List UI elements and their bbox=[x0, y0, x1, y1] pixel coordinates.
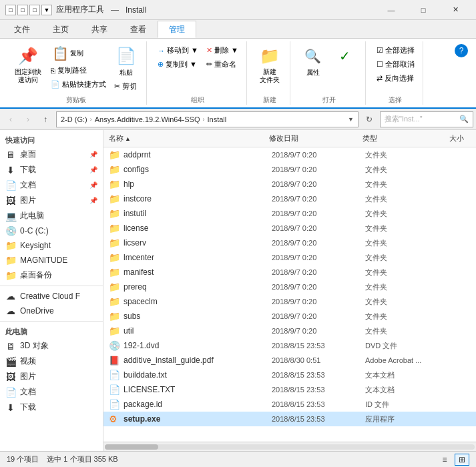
pin-to-access-button[interactable]: 📌 固定到快速访问 bbox=[11, 44, 45, 85]
tab-home[interactable]: 主页 bbox=[41, 21, 80, 38]
search-icon[interactable]: 🔍 bbox=[459, 115, 469, 123]
address-bar[interactable]: 2-D (G:) › Ansys.Additive.19.2.Win64-SSQ… bbox=[56, 111, 359, 127]
select-all-button[interactable]: ☑ 全部选择 bbox=[374, 44, 417, 57]
move-to-button[interactable]: → 移动到 ▼ bbox=[155, 44, 201, 57]
tb-icon-2[interactable]: □ bbox=[17, 5, 28, 15]
sidebar-item-documents2[interactable]: 📄 文档 bbox=[0, 384, 103, 400]
file-type: 文件夹 bbox=[365, 312, 452, 322]
file-name: package.id bbox=[124, 400, 272, 409]
table-row[interactable]: 📁 licserv 2018/9/7 0:20 文件夹 bbox=[103, 236, 476, 250]
col-size-header[interactable]: 大小 bbox=[449, 133, 471, 143]
scrollbar-thumb[interactable] bbox=[105, 444, 158, 450]
sidebar-item-desktop[interactable]: 🖥 桌面 📌 bbox=[0, 147, 103, 162]
paste-shortcut-icon: 📄 bbox=[51, 80, 60, 89]
sidebar-item-keysight[interactable]: 📁 Keysight bbox=[0, 238, 103, 253]
tab-manage[interactable]: 管理 bbox=[158, 21, 196, 38]
file-name: instcore bbox=[124, 194, 272, 203]
table-row[interactable]: 📁 addprnt 2018/9/7 0:20 文件夹 bbox=[103, 147, 476, 162]
title-bar-left: □ □ □ ▼ 应用程序工具 — Install bbox=[5, 4, 146, 15]
tb-icon-4[interactable]: ▼ bbox=[41, 5, 52, 15]
tab-file[interactable]: 文件 bbox=[3, 21, 41, 38]
sidebar-item-pictures2[interactable]: 🖼 图片 bbox=[0, 369, 103, 384]
tab-view[interactable]: 查看 bbox=[119, 21, 158, 38]
rename-button[interactable]: ✏ 重命名 bbox=[204, 58, 241, 71]
table-row[interactable]: 📁 subs 2018/9/7 0:20 文件夹 bbox=[103, 309, 476, 324]
details-view-button[interactable]: ≡ bbox=[437, 454, 452, 466]
table-row[interactable]: 📕 additive_install_guide.pdf 2018/8/30 0… bbox=[103, 353, 476, 368]
large-icons-view-button[interactable]: ⊞ bbox=[455, 454, 469, 466]
refresh-button[interactable]: ↻ bbox=[361, 111, 377, 127]
file-name: subs bbox=[124, 312, 272, 321]
sidebar-item-pictures[interactable]: 🖼 图片 📌 bbox=[0, 193, 103, 208]
table-row[interactable]: 💿 192-1.dvd 2018/8/15 23:53 DVD 文件 bbox=[103, 338, 476, 353]
sidebar-item-onedrive[interactable]: ☁ OneDrive bbox=[0, 304, 103, 318]
horizontal-scrollbar[interactable] bbox=[103, 442, 476, 451]
sidebar-item-3d-objects[interactable]: 🖥 3D 对象 bbox=[0, 338, 103, 354]
invert-selection-button[interactable]: ⇄ 反向选择 bbox=[374, 72, 417, 85]
copy-to-button[interactable]: ⊕ 复制到 ▼ bbox=[155, 58, 201, 71]
sidebar-item-videos[interactable]: 🎬 视频 bbox=[0, 354, 103, 369]
sidebar-item-downloads2[interactable]: ⬇ 下载 bbox=[0, 400, 103, 415]
title-bar-icons: □ □ □ ▼ bbox=[5, 5, 52, 15]
sidebar-item-c-drive[interactable]: 💿 0-C (C:) bbox=[0, 223, 103, 238]
file-type: 文件夹 bbox=[365, 268, 452, 278]
col-date-header[interactable]: 修改日期 bbox=[269, 133, 363, 143]
table-row[interactable]: 📁 instutil 2018/9/7 0:20 文件夹 bbox=[103, 206, 476, 221]
open-icon: ✓ bbox=[334, 45, 356, 67]
documents2-icon: 📄 bbox=[5, 387, 16, 398]
sidebar-item-magnitude[interactable]: 📁 MAGNiTUDE bbox=[0, 253, 103, 268]
sidebar-item-documents[interactable]: 📄 文档 📌 bbox=[0, 177, 103, 193]
table-row[interactable]: 📄 builddate.txt 2018/8/15 23:53 文本文档 bbox=[103, 368, 476, 382]
paste-button[interactable]: 📄 粘贴 bbox=[111, 44, 141, 79]
up-button[interactable]: ↑ bbox=[37, 111, 53, 127]
copy-button[interactable]: 📋 复制 bbox=[48, 44, 109, 63]
col-type-header[interactable]: 类型 bbox=[363, 133, 449, 143]
col-name-header[interactable]: 名称 ▲ bbox=[109, 133, 269, 143]
table-row[interactable]: ⚙ setup.exe 2018/8/15 23:53 应用程序 bbox=[103, 412, 476, 426]
table-row[interactable]: 📁 configs 2018/9/7 0:20 文件夹 bbox=[103, 162, 476, 177]
file-date: 2018/9/7 0:20 bbox=[272, 327, 365, 335]
table-row[interactable]: 📁 util 2018/9/7 0:20 文件夹 bbox=[103, 324, 476, 338]
cut-button[interactable]: ✂ 剪切 bbox=[111, 80, 141, 93]
minimize-button[interactable]: — bbox=[376, 0, 407, 20]
downloads2-icon: ⬇ bbox=[5, 402, 16, 413]
tb-icon-3[interactable]: □ bbox=[29, 5, 40, 15]
address-segment-3[interactable]: Install bbox=[207, 115, 226, 123]
sidebar-item-desktop-backup[interactable]: 📁 桌面备份 bbox=[0, 268, 103, 283]
new-folder-button[interactable]: 📁 新建文件夹 bbox=[255, 44, 284, 85]
forward-button[interactable]: › bbox=[20, 111, 36, 127]
back-button[interactable]: ‹ bbox=[3, 111, 19, 127]
paste-shortcut-button[interactable]: 📄 粘贴快捷方式 bbox=[48, 78, 109, 91]
table-row[interactable]: 📄 LICENSE.TXT 2018/8/15 23:53 文本文档 bbox=[103, 382, 476, 397]
table-row[interactable]: 📁 license 2018/9/7 0:20 文件夹 bbox=[103, 221, 476, 236]
table-row[interactable]: 📁 prereq 2018/9/7 0:20 文件夹 bbox=[103, 280, 476, 294]
table-row[interactable]: 📁 manifest 2018/9/7 0:20 文件夹 bbox=[103, 265, 476, 280]
nav-bar: ‹ › ↑ 2-D (G:) › Ansys.Additive.19.2.Win… bbox=[0, 109, 476, 130]
sidebar-item-creative-cloud[interactable]: ☁ Creative Cloud F bbox=[0, 289, 103, 304]
sidebar-item-downloads[interactable]: ⬇ 下载 📌 bbox=[0, 162, 103, 177]
maximize-button[interactable]: □ bbox=[408, 0, 439, 20]
address-segment-1[interactable]: 2-D (G:) bbox=[61, 115, 87, 123]
folder-icon: 📁 bbox=[109, 252, 121, 263]
select-group-label: 选择 bbox=[389, 93, 402, 105]
table-row[interactable]: 📁 spaceclm 2018/9/7 0:20 文件夹 bbox=[103, 294, 476, 309]
delete-button[interactable]: ✕ 删除 ▼ bbox=[204, 44, 241, 57]
help-button[interactable]: ? bbox=[455, 44, 468, 57]
search-box[interactable]: 搜索"Inst..." 🔍 bbox=[380, 111, 473, 127]
select-none-button[interactable]: ☐ 全部取消 bbox=[374, 58, 417, 71]
sidebar-item-thispc[interactable]: 💻 此电脑 bbox=[0, 208, 103, 223]
address-dropdown[interactable]: ▼ bbox=[348, 116, 354, 123]
open-button[interactable]: ✓ bbox=[330, 44, 360, 69]
table-row[interactable]: 📄 package.id 2018/8/15 23:53 ID 文件 bbox=[103, 397, 476, 412]
close-button[interactable]: ✕ bbox=[440, 0, 471, 20]
copy-path-button[interactable]: ⎘ 复制路径 bbox=[48, 64, 109, 77]
tab-share[interactable]: 共享 bbox=[80, 21, 119, 38]
tb-icon-1[interactable]: □ bbox=[5, 5, 16, 15]
status-bar: 19 个项目 选中 1 个项目 355 KB ≡ ⊞ bbox=[0, 451, 476, 467]
address-segment-2[interactable]: Ansys.Additive.19.2.Win64-SSQ bbox=[95, 115, 200, 123]
table-row[interactable]: 📁 lmcenter 2018/9/7 0:20 文件夹 bbox=[103, 250, 476, 265]
table-row[interactable]: 📁 hlp 2018/9/7 0:20 文件夹 bbox=[103, 177, 476, 191]
ribbon-tabs: 文件 主页 共享 查看 管理 bbox=[0, 20, 476, 39]
table-row[interactable]: 📁 instcore 2018/9/7 0:20 文件夹 bbox=[103, 191, 476, 206]
properties-button[interactable]: 🔍 属性 bbox=[298, 44, 328, 79]
